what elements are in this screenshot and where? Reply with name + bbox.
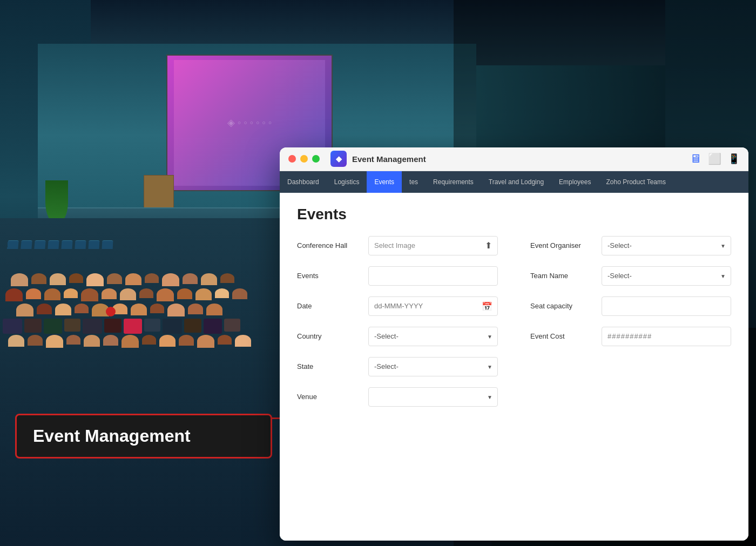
events-label: Events bbox=[297, 272, 362, 280]
window-controls bbox=[288, 155, 320, 163]
state-row: State -Select- bbox=[297, 357, 498, 376]
app-title: Event Management bbox=[352, 154, 426, 164]
nav-item-employees[interactable]: Employees bbox=[551, 171, 598, 193]
seat-capacity-input[interactable] bbox=[602, 296, 731, 316]
team-name-select-wrapper: -Select- bbox=[602, 266, 731, 286]
maximize-button[interactable] bbox=[312, 155, 320, 163]
country-select[interactable]: -Select- bbox=[368, 327, 498, 346]
date-row: Date 📅 bbox=[297, 296, 498, 316]
app-logo-group: ◆ Event Management bbox=[330, 151, 426, 167]
state-label: State bbox=[297, 362, 362, 370]
form-right-column: Event Organiser -Select- Team Name -Sele… bbox=[530, 236, 731, 417]
nav-item-zoho[interactable]: Zoho Product Teams bbox=[598, 171, 673, 193]
nav-item-travel[interactable]: Travel and Lodging bbox=[481, 171, 551, 193]
close-button[interactable] bbox=[288, 155, 296, 163]
form-grid: Conference Hall Select Image ⬆ Events Da… bbox=[297, 236, 731, 417]
event-organiser-select-wrapper: -Select- bbox=[602, 236, 731, 255]
nav-item-dashboard[interactable]: Dashboard bbox=[280, 171, 327, 193]
mobile-device-icon[interactable]: 📱 bbox=[728, 153, 740, 165]
venue-input[interactable] bbox=[368, 387, 498, 407]
team-name-select[interactable]: -Select- bbox=[602, 266, 731, 286]
event-cost-row: Event Cost bbox=[530, 327, 731, 346]
state-select-wrapper: -Select- bbox=[368, 357, 498, 376]
nav-item-requirements[interactable]: Requirements bbox=[426, 171, 481, 193]
country-select-wrapper: -Select- bbox=[368, 327, 498, 346]
seat-capacity-label: Seat capacity bbox=[530, 302, 595, 310]
event-cost-label: Event Cost bbox=[530, 332, 595, 340]
venue-label: Venue bbox=[297, 393, 362, 401]
tablet-device-icon[interactable]: ⬜ bbox=[708, 152, 721, 165]
events-row: Events bbox=[297, 266, 498, 286]
seat-capacity-row: Seat capacity bbox=[530, 296, 731, 316]
annotation-label: Event Management bbox=[33, 426, 191, 446]
nav-item-logistics[interactable]: Logistics bbox=[327, 171, 367, 193]
conference-hall-upload[interactable]: Select Image ⬆ bbox=[368, 236, 498, 255]
country-label: Country bbox=[297, 332, 362, 340]
team-name-label: Team Name bbox=[530, 272, 595, 280]
date-input[interactable] bbox=[368, 296, 498, 316]
venue-row: Venue ▼ bbox=[297, 387, 498, 407]
device-icons: 🖥 ⬜ 📱 bbox=[690, 152, 740, 166]
date-label: Date bbox=[297, 302, 362, 310]
mac-window: ◆ Event Management 🖥 ⬜ 📱 Dashboard Logis… bbox=[280, 147, 748, 541]
team-name-row: Team Name -Select- bbox=[530, 266, 731, 286]
page-title: Events bbox=[297, 206, 731, 223]
minimize-button[interactable] bbox=[300, 155, 308, 163]
event-organiser-select[interactable]: -Select- bbox=[602, 236, 731, 255]
nav-item-tes[interactable]: tes bbox=[402, 171, 426, 193]
form-left-column: Conference Hall Select Image ⬆ Events Da… bbox=[297, 236, 498, 417]
event-cost-input[interactable] bbox=[602, 327, 731, 346]
state-select[interactable]: -Select- bbox=[368, 357, 498, 376]
main-content: Events Conference Hall Select Image ⬆ Ev… bbox=[280, 193, 748, 541]
conference-hall-label: Conference Hall bbox=[297, 241, 362, 250]
event-organiser-label: Event Organiser bbox=[530, 241, 595, 250]
conference-hall-row: Conference Hall Select Image ⬆ bbox=[297, 236, 498, 255]
events-input[interactable] bbox=[368, 266, 498, 286]
title-bar: ◆ Event Management 🖥 ⬜ 📱 bbox=[280, 147, 748, 171]
event-organiser-row: Event Organiser -Select- bbox=[530, 236, 731, 255]
annotation-box: Event Management bbox=[15, 414, 272, 459]
desktop-device-icon[interactable]: 🖥 bbox=[690, 152, 701, 166]
app-logo-icon: ◆ bbox=[336, 154, 342, 163]
navigation-bar: Dashboard Logistics Events tes Requireme… bbox=[280, 171, 748, 193]
upload-icon: ⬆ bbox=[485, 240, 492, 251]
venue-wrapper: ▼ bbox=[368, 387, 498, 407]
date-wrapper: 📅 bbox=[368, 296, 498, 316]
select-image-text: Select Image bbox=[374, 241, 415, 250]
title-bar-content: ◆ Event Management 🖥 ⬜ 📱 bbox=[330, 151, 740, 167]
country-row: Country -Select- bbox=[297, 327, 498, 346]
nav-item-events[interactable]: Events bbox=[367, 171, 402, 193]
app-logo: ◆ bbox=[330, 151, 347, 167]
